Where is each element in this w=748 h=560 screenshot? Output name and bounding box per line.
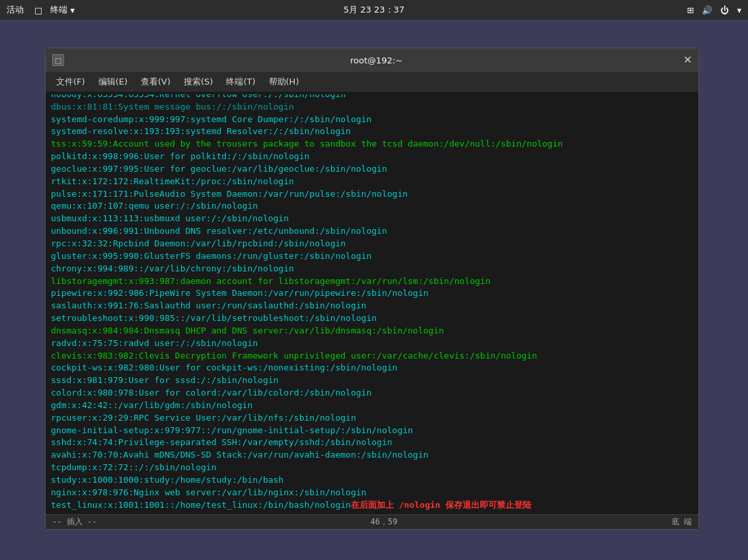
terminal-line: sshd:x:74:74:Privilege-separated SSH:/va…	[51, 437, 693, 449]
terminal-line: polkitd:x:998:996:User for polkitd:/:/sb…	[51, 151, 693, 163]
terminal-line: gnome-initial-setup:x:979:977::/run/gnom…	[51, 425, 693, 437]
activities-button[interactable]: 活动	[7, 4, 24, 16]
terminal-line: rtkit:x:172:172:RealtimeKit:/proc:/sbin/…	[51, 176, 693, 188]
terminal-scroll[interactable]: ftp:x:14:50:FTP User:/var/ftp:/sbin/nolo…	[51, 94, 693, 512]
terminal-line: unbound:x:996:991:Unbound DNS resolver:/…	[51, 225, 693, 238]
terminal-line: tcpdump:x:72:72::/:/sbin/nologin	[51, 462, 693, 474]
menu-view[interactable]: 查看(V)	[135, 75, 176, 89]
menu-edit[interactable]: 编辑(E)	[93, 75, 133, 89]
file-type: 底 端	[671, 516, 692, 528]
status-bar: -- 插入 -- 46，59 底 端	[46, 514, 698, 529]
terminal-icon: □	[34, 5, 42, 15]
system-bar: 活动 □ 终端 ▾ 5月 23 23：37 ⊞ 🔊 ⏻ ▾	[0, 0, 748, 20]
terminal-line: colord:x:980:978:User for colord:/var/li…	[51, 387, 693, 400]
terminal-line: gluster:x:995:990:GlusterFS daemons:/run…	[51, 250, 693, 263]
menu-bar: 文件(F) 编辑(E) 查看(V) 搜索(S) 终端(T) 帮助(H)	[46, 72, 698, 92]
terminal-window-icon: □	[52, 54, 64, 66]
menu-terminal[interactable]: 终端(T)	[221, 75, 260, 89]
terminal-line: libstoragemgmt:x:993:987:daemon account …	[51, 275, 693, 288]
terminal-line: pulse:x:171:171:PulseAudio System Daemon…	[51, 188, 693, 201]
terminal-line: tss:x:59:59:Account used by the trousers…	[51, 138, 693, 151]
menu-search[interactable]: 搜索(S)	[178, 75, 218, 89]
terminal-line: systemd-coredump:x:999:997:systemd Core …	[51, 114, 693, 126]
title-bar: □ root@192:~ ✕	[46, 48, 698, 72]
dropdown-arrow: ▾	[70, 5, 75, 15]
cursor-position: 46，59	[371, 516, 398, 528]
terminal-line: avahi:x:70:70:Avahi mDNS/DNS-SD Stack:/v…	[51, 449, 693, 462]
system-bar-right: ⊞ 🔊 ⏻ ▾	[687, 5, 741, 15]
terminal-line: cockpit-ws:x:982:980:User for cockpit-ws…	[51, 362, 693, 374]
editor-mode: -- 插入 --	[52, 516, 96, 528]
terminal-line: gdm:x:42:42::/var/lib/gdm:/sbin/nologin	[51, 400, 693, 412]
terminal-line: geoclue:x:997:995:User for geoclue:/var/…	[51, 163, 693, 176]
terminal-line: dnsmasq:x:984:984:Dnsmasq DHCP and DNS s…	[51, 325, 693, 337]
close-button[interactable]: ✕	[683, 55, 692, 65]
menu-help[interactable]: 帮助(H)	[264, 75, 305, 89]
terminal-menu[interactable]: □ 终端 ▾	[34, 4, 75, 16]
terminal-line: clevis:x:983:982:Clevis Decryption Frame…	[51, 350, 693, 363]
terminal-line: usbmuxd:x:113:113:usbmuxd user:/:/sbin/n…	[51, 213, 693, 225]
terminal-line: rpc:x:32:32:Rpcbind Daemon:/var/lib/rpcb…	[51, 238, 693, 250]
terminal-line: dbus:x:81:81:System message bus:/:/sbin/…	[51, 101, 693, 114]
terminal-line: sssd:x:981:979:User for sssd:/:/sbin/nol…	[51, 374, 693, 387]
terminal-line: pipewire:x:992:986:PipeWire System Daemo…	[51, 287, 693, 300]
power-dropdown[interactable]: ▾	[737, 5, 741, 15]
terminal-line: chrony:x:994:989::/var/lib/chrony:/sbin/…	[51, 263, 693, 275]
terminal-line: test_linux:x:1001:1001::/home/test_linux…	[51, 499, 693, 512]
volume-icon[interactable]: 🔊	[702, 5, 712, 15]
terminal-line: nobody:x:65534:65534:Kernel Overflow Use…	[51, 94, 693, 101]
system-bar-datetime: 5月 23 23：37	[344, 4, 404, 16]
terminal-line: study:x:1000:1000:study:/home/study:/bin…	[51, 474, 693, 487]
window-title: root@192:~	[69, 55, 683, 65]
terminal-line: qemu:x:107:107:qemu user:/:/sbin/nologin	[51, 200, 693, 213]
terminal-label: 终端	[50, 4, 67, 16]
title-bar-left: □	[52, 54, 69, 66]
terminal-window: □ root@192:~ ✕ 文件(F) 编辑(E) 查看(V) 搜索(S) 终…	[45, 48, 699, 530]
terminal-line: radvd:x:75:75:radvd user:/:/sbin/nologin	[51, 337, 693, 350]
terminal-line: nginx:x:978:976:Nginx web server:/var/li…	[51, 487, 693, 499]
network-icon[interactable]: ⊞	[687, 5, 694, 15]
power-icon[interactable]: ⏻	[720, 5, 729, 15]
system-bar-left: 活动 □ 终端 ▾	[7, 4, 75, 16]
annotation-text: 在后面加上 /nologin 保存退出即可禁止登陆	[351, 500, 531, 510]
menu-file[interactable]: 文件(F)	[51, 75, 91, 89]
terminal-line: setroubleshoot:x:990:985::/var/lib/setro…	[51, 312, 693, 325]
terminal-line: saslauth:x:991:76:Saslauthd user:/run/sa…	[51, 300, 693, 312]
terminal-line: rpcuser:x:29:29:RPC Service User:/var/li…	[51, 412, 693, 425]
terminal-line: systemd-resolve:x:193:193:systemd Resolv…	[51, 125, 693, 138]
terminal-content[interactable]: ftp:x:14:50:FTP User:/var/ftp:/sbin/nolo…	[46, 92, 698, 514]
